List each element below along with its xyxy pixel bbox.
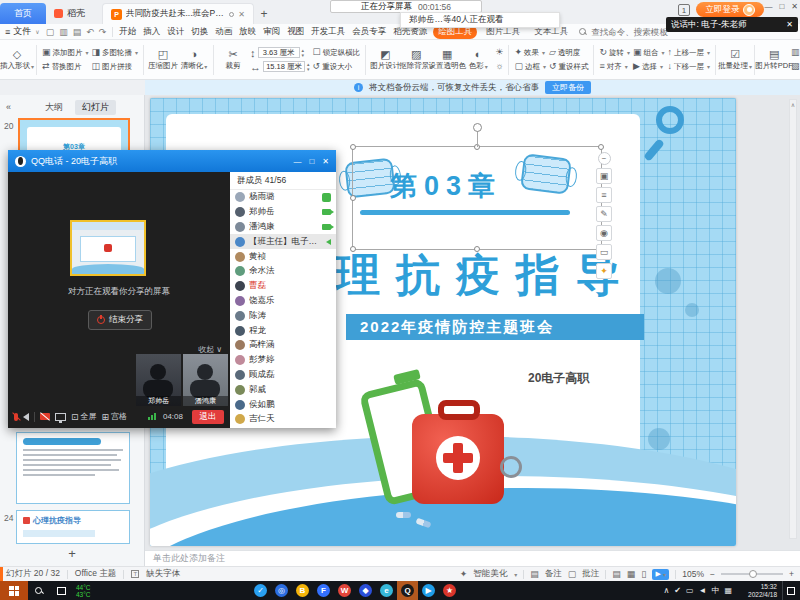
width-stepper[interactable]: ▴▾ bbox=[307, 62, 310, 72]
selection-box[interactable] bbox=[352, 146, 602, 250]
new-tab-button[interactable]: + bbox=[254, 4, 274, 24]
canvas-scrollbar[interactable]: ∧ bbox=[789, 99, 797, 539]
qq-close-icon[interactable]: ✕ bbox=[322, 157, 329, 166]
brightness-down-button[interactable]: ☼ bbox=[495, 60, 503, 73]
new-icon[interactable]: ▢ bbox=[46, 27, 55, 37]
taskbar-app-icon[interactable]: F bbox=[313, 581, 334, 600]
member-row[interactable]: 吉仁天 bbox=[230, 412, 336, 427]
member-row[interactable]: 饶嘉乐 bbox=[230, 294, 336, 309]
ribbon-tab[interactable]: 动画 bbox=[215, 26, 232, 38]
remove-background-button[interactable]: ▨ 抠除背景▾ bbox=[402, 48, 430, 71]
slide-subtitle-banner[interactable]: 2022年疫情防控主题班会 bbox=[346, 314, 644, 340]
scroll-up-icon[interactable]: ∧ bbox=[791, 101, 795, 538]
taskbar-clock[interactable]: 15:32 2022/4/18 bbox=[737, 583, 777, 598]
taskbar-app-icon[interactable]: W bbox=[334, 581, 355, 600]
rotate-handle[interactable] bbox=[473, 123, 482, 132]
send-backward-button[interactable]: ↓下移一层▾ bbox=[668, 60, 711, 73]
restore-icon[interactable]: □ bbox=[779, 2, 784, 11]
notes-bar[interactable]: 单击此处添加备注 bbox=[145, 550, 800, 566]
collab-badge[interactable]: 1 bbox=[678, 4, 690, 16]
grid-view-button[interactable]: ⊞宫格 bbox=[102, 411, 128, 422]
camera-off-icon[interactable] bbox=[40, 413, 50, 420]
member-row[interactable]: 郑帅岳 bbox=[230, 205, 336, 220]
ribbon-tab[interactable]: 开始 bbox=[119, 26, 136, 38]
resize-handle[interactable] bbox=[350, 195, 356, 201]
frame-icon[interactable]: ▭ bbox=[596, 244, 612, 260]
tab-outline[interactable]: 大纲 bbox=[43, 100, 65, 115]
taskbar-app-icon[interactable]: ★ bbox=[439, 581, 460, 600]
toast-close-icon[interactable]: ✕ bbox=[786, 20, 793, 29]
taskbar-app-icon[interactable]: ✓ bbox=[250, 581, 271, 600]
lock-ratio-checkbox[interactable]: ☐锁定纵横比 bbox=[313, 46, 361, 59]
select-button[interactable]: ▶选择▾ bbox=[633, 60, 665, 73]
qq-maximize-icon[interactable]: □ bbox=[309, 157, 314, 166]
ribbon-tab[interactable]: 视图 bbox=[287, 26, 304, 38]
close-tab-icon[interactable]: ✕ bbox=[238, 10, 245, 19]
border-button[interactable]: ▢边框▾ bbox=[514, 60, 546, 73]
file-menu[interactable]: ≡ 文件 ∨ bbox=[5, 25, 40, 38]
pin-icon[interactable] bbox=[229, 12, 234, 17]
clarify-button[interactable]: ◑ 清晰化▾ bbox=[180, 48, 208, 71]
member-row[interactable]: 彭梦婷 bbox=[230, 353, 336, 368]
member-row[interactable]: 顾成磊 bbox=[230, 368, 336, 383]
ribbon-tab[interactable]: 插入 bbox=[143, 26, 160, 38]
reset-style-button[interactable]: ↺重设样式 bbox=[549, 60, 589, 73]
member-row[interactable]: 郭威 bbox=[230, 382, 336, 397]
tab-slides[interactable]: 幻灯片 bbox=[75, 100, 116, 115]
taskbar-search-button[interactable] bbox=[28, 581, 50, 600]
picture-stitch-button[interactable]: ◫图片拼接 bbox=[92, 60, 139, 73]
crop-button[interactable]: ✂ 裁剪 bbox=[219, 48, 247, 71]
taskbar-app-icon[interactable]: e bbox=[376, 581, 397, 600]
copy-style-icon[interactable]: ▣ bbox=[596, 168, 612, 184]
effect-button[interactable]: ✦效果▾ bbox=[514, 46, 546, 59]
fill-color-icon[interactable]: ◉ bbox=[596, 225, 612, 241]
close-icon[interactable]: ✕ bbox=[791, 2, 798, 11]
microphone-muted-icon[interactable] bbox=[14, 413, 18, 421]
collapse-panel-button[interactable]: « bbox=[6, 102, 11, 112]
member-row[interactable]: 侯如鹏 bbox=[230, 397, 336, 412]
minimize-icon[interactable]: — bbox=[764, 2, 772, 11]
zoom-slider[interactable] bbox=[721, 573, 783, 575]
share-screen-icon[interactable] bbox=[55, 413, 66, 421]
member-row[interactable]: 高梓涵 bbox=[230, 338, 336, 353]
notification-center-button[interactable] bbox=[782, 581, 798, 600]
zoom-out-button[interactable]: − bbox=[710, 569, 715, 579]
resize-handle[interactable] bbox=[350, 246, 356, 252]
video-thumbnail[interactable]: 潘鸿康 bbox=[183, 354, 228, 406]
missing-fonts-label[interactable]: 缺失字体 bbox=[146, 568, 180, 580]
normal-view-icon[interactable]: ▤ bbox=[612, 569, 621, 579]
slide-thumbnail[interactable] bbox=[16, 432, 130, 504]
taskbar-app-icon[interactable]: B bbox=[292, 581, 313, 600]
temperature-widget[interactable]: 44°C 43°C bbox=[76, 584, 110, 598]
zoom-knob[interactable] bbox=[749, 570, 757, 578]
member-row[interactable]: 陈涛 bbox=[230, 308, 336, 323]
qq-title-bar[interactable]: QQ电话 - 20电子高职 — □ ✕ bbox=[8, 150, 336, 172]
member-row[interactable]: 黄祯 bbox=[230, 249, 336, 264]
width-field[interactable]: ↔ 15.18 厘米 ▴▾ bbox=[250, 60, 310, 73]
smart-tip-bulb-icon[interactable]: ✦ bbox=[596, 263, 612, 279]
rotate-button[interactable]: ↻旋转▾ bbox=[599, 46, 630, 59]
slideshow-button[interactable]: ▶▾ bbox=[652, 569, 669, 580]
ime-indicator[interactable]: 中 bbox=[711, 585, 719, 596]
reset-size-button[interactable]: ↺重设大小 bbox=[313, 60, 361, 73]
taskbar-app-icon[interactable]: Q bbox=[397, 581, 418, 600]
zoom-in-button[interactable]: + bbox=[789, 569, 794, 579]
reading-view-icon[interactable]: ▯ bbox=[641, 569, 646, 579]
color-button[interactable]: ◐ 色彩▾ bbox=[464, 48, 492, 71]
add-picture-button[interactable]: ▣添加图片▾ bbox=[42, 46, 89, 59]
ribbon-tab[interactable]: 设计 bbox=[167, 26, 184, 38]
batch-process-button[interactable]: ☑ 批量处理▾ bbox=[721, 48, 749, 71]
open-icon[interactable]: ▥ bbox=[59, 27, 68, 37]
ribbon-tab[interactable]: 会员专享 bbox=[352, 26, 386, 38]
add-slide-button[interactable]: + bbox=[0, 545, 144, 561]
opacity-button[interactable]: ▱透明度 bbox=[549, 46, 589, 59]
start-button[interactable] bbox=[0, 581, 28, 600]
group-button[interactable]: ▣组合▾ bbox=[633, 46, 665, 59]
ribbon-tab[interactable]: 审阅 bbox=[263, 26, 280, 38]
ribbon-tab[interactable]: 放映 bbox=[239, 26, 256, 38]
first-aid-kit-illustration[interactable] bbox=[372, 374, 532, 534]
undo-icon[interactable]: ↶ bbox=[86, 27, 94, 37]
taskbar-app-icon[interactable]: ◎ bbox=[271, 581, 292, 600]
backup-now-button[interactable]: 立即备份 bbox=[545, 81, 591, 94]
tray-volume-icon[interactable]: ◄ bbox=[699, 586, 707, 595]
